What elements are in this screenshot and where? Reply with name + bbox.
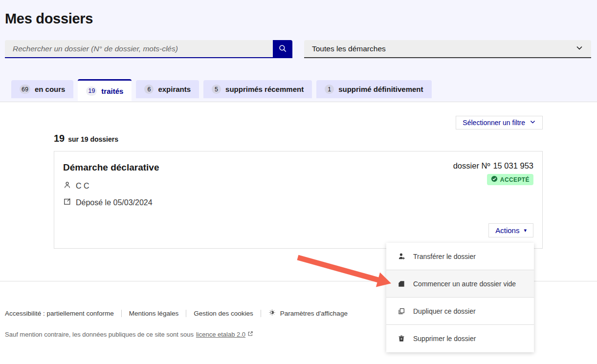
external-link-icon <box>247 331 253 338</box>
file-icon <box>397 280 406 288</box>
status-badge: ACCEPTÉ <box>487 174 533 185</box>
dossier-deposit-date: Déposé le 05/03/2024 <box>76 198 153 207</box>
main-content: Sélectionner un filtre 19 sur 19 dossier… <box>54 116 543 249</box>
search-bar <box>5 40 292 58</box>
menu-item-label: Supprimer le dossier <box>413 335 476 343</box>
dossier-owner: C C <box>76 182 89 191</box>
menu-item-label: Commencer un autre dossier vide <box>413 280 516 288</box>
display-settings-icon <box>268 309 276 318</box>
search-input[interactable] <box>5 40 273 58</box>
user-add-icon <box>397 252 406 260</box>
footer-link-label: Accessibilité : partiellement conforme <box>5 310 114 317</box>
actions-button-label: Actions <box>495 226 519 235</box>
footer-link-accessibilite[interactable]: Accessibilité : partiellement conforme <box>5 310 114 317</box>
chevron-down-icon <box>530 119 536 127</box>
actions-button[interactable]: Actions ▾ <box>488 223 533 237</box>
search-icon <box>278 44 287 54</box>
menu-item-transferer[interactable]: Transférer le dossier <box>386 243 534 270</box>
tab-expirants[interactable]: 6 expirants <box>136 80 199 98</box>
tab-count-badge: 6 <box>144 85 154 94</box>
menu-item-dupliquer[interactable]: Dupliquer ce dossier <box>386 298 534 325</box>
actions-dropdown-menu: Transférer le dossier Commencer un autre… <box>386 243 534 352</box>
license-link-label: licence etalab 2.0 <box>196 331 245 338</box>
tab-count-badge: 19 <box>86 86 97 96</box>
footer-separator <box>186 310 186 317</box>
menu-item-commencer-dossier-vide[interactable]: Commencer un autre dossier vide <box>386 270 534 298</box>
tab-label: en cours <box>35 85 66 93</box>
license-text: Sauf mention contraire, les données publ… <box>5 331 194 338</box>
footer-link-label: Paramètres d'affichage <box>280 310 348 317</box>
footer-link-cookies[interactable]: Gestion des cookies <box>194 310 253 317</box>
menu-item-label: Transférer le dossier <box>413 253 476 260</box>
search-row: Toutes les démarches <box>5 40 591 58</box>
tab-count-badge: 1 <box>325 85 334 94</box>
dossier-deposit-row: Déposé le 05/03/2024 <box>63 197 533 208</box>
menu-item-label: Dupliquer ce dossier <box>413 307 476 315</box>
footer-link-parametres-affichage[interactable]: Paramètres d'affichage <box>268 309 348 318</box>
tab-label: supprimés récemment <box>225 85 304 93</box>
results-count: 19 <box>54 133 65 144</box>
footer-link-mentions-legales[interactable]: Mentions légales <box>129 310 178 317</box>
footer-link-label: Mentions légales <box>129 310 178 317</box>
select-filter-button[interactable]: Sélectionner un filtre <box>456 116 543 129</box>
dossier-card: Démarche déclarative C C Déposé le 05/03… <box>54 151 543 249</box>
check-circle-icon <box>491 175 498 184</box>
license-etalab-link[interactable]: licence etalab 2.0 <box>196 331 253 338</box>
page-header: Mes dossiers Toutes les démarches 69 en … <box>0 0 597 102</box>
dossier-number: 15 031 953 <box>493 161 533 170</box>
tab-label: traités <box>101 87 123 95</box>
tab-label: supprimé définitivement <box>338 85 423 93</box>
dossier-number-row: dossier Nº15 031 953 <box>453 161 533 171</box>
tab-count-badge: 69 <box>20 85 30 94</box>
person-icon <box>63 181 71 191</box>
filter-row: Sélectionner un filtre <box>54 116 543 129</box>
dossier-number-label: dossier Nº <box>453 161 490 170</box>
page-title: Mes dossiers <box>5 0 591 27</box>
footer-separator <box>261 310 261 317</box>
dossier-tabs: 69 en cours 19 traités 6 expirants 5 sup… <box>11 80 591 98</box>
trash-icon <box>397 335 406 343</box>
chevron-down-icon <box>575 44 583 54</box>
edit-box-icon <box>63 197 71 208</box>
tab-en-cours[interactable]: 69 en cours <box>11 80 73 98</box>
tab-supprime-definitivement[interactable]: 1 supprimé définitivement <box>316 80 431 98</box>
results-text: sur 19 dossiers <box>68 135 118 143</box>
copy-icon <box>397 307 406 315</box>
menu-item-supprimer[interactable]: Supprimer le dossier <box>386 325 534 352</box>
tab-supprimes-recemment[interactable]: 5 supprimés récemment <box>203 80 312 98</box>
footer-separator <box>121 310 122 317</box>
footer-link-label: Gestion des cookies <box>194 310 253 317</box>
caret-down-icon: ▾ <box>524 227 527 234</box>
status-label: ACCEPTÉ <box>500 176 530 183</box>
tab-traites[interactable]: 19 traités <box>78 79 132 101</box>
tab-label: expirants <box>158 85 191 93</box>
dossier-card-right: dossier Nº15 031 953 ACCEPTÉ <box>453 161 533 185</box>
results-summary: 19 sur 19 dossiers <box>54 133 543 144</box>
tab-count-badge: 5 <box>212 85 221 94</box>
select-filter-label: Sélectionner un filtre <box>463 119 525 127</box>
search-button[interactable] <box>273 40 292 58</box>
procedure-select[interactable]: Toutes les démarches <box>304 40 591 58</box>
procedure-select-value: Toutes les démarches <box>312 44 386 53</box>
